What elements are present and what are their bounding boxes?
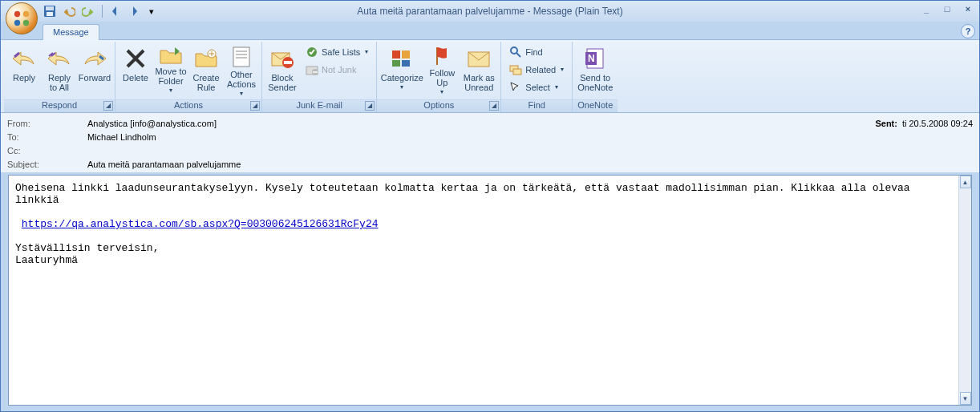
folder-move-icon [158,46,184,65]
scroll-down-button[interactable]: ▼ [960,392,971,405]
find-label: Find [525,47,542,57]
group-junk: Block Sender Safe Lists▾ Not Junk Junk E… [262,42,377,112]
actions-dialog-launcher[interactable]: ◢ [250,101,260,111]
message-body[interactable]: Oheisena linkki laadunseurantakyselyyn. … [9,176,958,405]
mark-unread-button[interactable]: Mark as Unread [460,43,497,96]
body-signoff: Ystävällisin terveisin, [15,242,159,254]
reply-all-label: Reply to All [48,73,71,92]
related-label: Related [525,65,556,75]
tab-message[interactable]: Message [43,24,99,40]
body-signature: Laaturyhmä [15,254,78,266]
select-button[interactable]: Select▾ [504,79,569,95]
vertical-scrollbar[interactable]: ▲ ▼ [958,176,971,405]
svg-point-2 [14,20,20,26]
followup-label: Follow Up [429,68,455,87]
from-label: From: [7,119,87,128]
move-label: Move to Folder [155,67,186,86]
group-options-label: Options◢ [377,99,500,112]
restore-button[interactable]: □ [939,2,955,15]
svg-rect-6 [47,12,53,16]
help-button[interactable]: ? [961,24,975,38]
office-button[interactable] [6,2,38,34]
group-actions-label: Actions◢ [115,99,261,112]
categorize-button[interactable]: Categorize [380,43,423,96]
not-junk-button: Not Junk [301,61,373,78]
create-rule-button[interactable]: Create Rule [189,43,223,96]
onenote-label: Send to OneNote [577,73,613,92]
block-sender-icon [269,46,295,71]
categorize-label: Categorize [381,73,423,83]
forward-icon [82,46,107,71]
ribbon: Reply Reply to All Forward Respond◢ Dele… [1,39,979,113]
svg-rect-18 [313,71,318,73]
qat-customize-icon[interactable]: ▾ [148,4,156,18]
next-item-icon[interactable] [128,4,143,18]
redo-icon[interactable] [81,4,95,18]
body-link[interactable]: https://qa.analystica.com/sb.aspx?Q=0030… [22,218,379,230]
follow-up-button[interactable]: Follow Up [425,43,459,96]
create-rule-icon [193,46,219,71]
group-find-label: Find [501,99,572,112]
svg-rect-27 [513,69,521,75]
sent-label: Sent: [875,119,897,128]
forward-label: Forward [79,73,111,83]
forward-button[interactable]: Forward [78,43,111,96]
svg-line-25 [516,53,520,57]
send-to-onenote-button[interactable]: N Send to OneNote [576,43,614,96]
find-button[interactable]: Find [504,43,569,60]
svg-text:N: N [588,53,595,64]
other-actions-button[interactable]: Other Actions [225,43,258,96]
delete-label: Delete [123,73,148,83]
not-junk-icon [306,63,318,76]
subject-label: Subject: [7,160,87,169]
close-button[interactable]: × [960,2,976,15]
other-actions-icon [229,46,254,68]
group-onenote-label: OneNote [573,99,618,112]
svg-point-24 [511,47,517,54]
group-options: Categorize Follow Up Mark as Unread Opti… [377,42,501,112]
reply-all-icon [47,46,72,71]
block-sender-button[interactable]: Block Sender [265,43,299,96]
message-header: From: Analystica [info@analystica.com] S… [1,113,979,172]
find-icon [509,46,522,59]
svg-rect-20 [402,50,410,59]
svg-rect-5 [46,6,54,10]
respond-dialog-launcher[interactable]: ◢ [103,101,113,111]
options-dialog-launcher[interactable]: ◢ [489,101,499,111]
rule-label: Create Rule [192,73,219,92]
body-paragraph-1: Oheisena linkki laadunseurantakyselyyn. … [15,182,916,206]
delete-button[interactable]: Delete [119,43,152,96]
group-find: Find Related▾ Select▾ Find [501,42,573,112]
to-value: Michael Lindholm [87,132,973,142]
safe-lists-button[interactable]: Safe Lists▾ [301,43,373,60]
move-to-folder-button[interactable]: Move to Folder [154,43,188,96]
select-icon [509,81,522,94]
svg-point-1 [23,11,29,17]
cc-label: Cc: [7,146,87,156]
block-label: Block Sender [268,73,296,92]
group-respond: Reply Reply to All Forward Respond◢ [4,42,115,112]
group-actions: Delete Move to Folder Create Rule Other … [115,42,262,112]
previous-item-icon[interactable] [109,4,124,18]
save-icon[interactable] [43,4,57,18]
undo-icon[interactable] [62,4,76,18]
reply-icon [11,46,37,71]
categorize-icon [389,46,415,71]
reply-all-button[interactable]: Reply to All [43,43,76,96]
svg-rect-22 [402,60,410,67]
onenote-icon: N [582,46,608,71]
scroll-up-button[interactable]: ▲ [960,176,971,188]
related-button[interactable]: Related▾ [504,61,569,78]
subject-value: Auta meitä parantamaan palvelujamme [87,160,973,169]
reply-label: Reply [13,73,35,83]
minimize-button[interactable]: _ [918,2,934,15]
title-bar: ▾ Auta meitä parantamaan palvelujamme - … [1,1,979,22]
safe-lists-icon [306,46,318,59]
message-body-container: Oheisena linkki laadunseurantakyselyyn. … [8,175,972,406]
svg-rect-21 [392,60,400,67]
svg-rect-8 [233,47,249,67]
reply-button[interactable]: Reply [7,43,41,96]
qat-separator [102,5,103,18]
junk-dialog-launcher[interactable]: ◢ [365,101,375,111]
group-onenote: N Send to OneNote OneNote [573,42,618,112]
